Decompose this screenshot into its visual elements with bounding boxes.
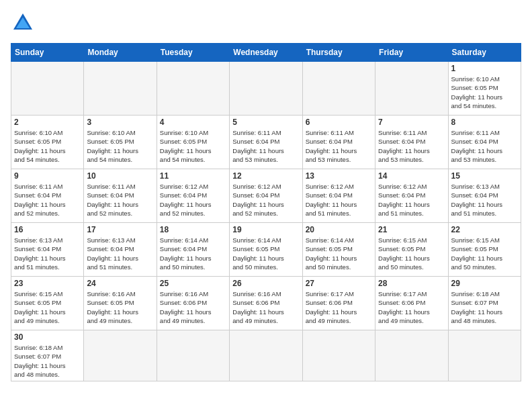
calendar-cell: 15Sunrise: 6:13 AM Sunset: 6:04 PM Dayli… [448,169,521,223]
day-number: 5 [232,118,299,127]
calendar-day-header: Monday [84,44,157,62]
calendar-cell: 2Sunrise: 6:10 AM Sunset: 6:05 PM Daylig… [11,116,84,169]
calendar-week-row: 16Sunrise: 6:13 AM Sunset: 6:04 PM Dayli… [11,223,521,277]
calendar-body: 1Sunrise: 6:10 AM Sunset: 6:05 PM Daylig… [11,62,521,381]
calendar-cell [375,62,448,116]
calendar-cell: 21Sunrise: 6:15 AM Sunset: 6:05 PM Dayli… [375,223,448,277]
day-info: Sunrise: 6:15 AM Sunset: 6:05 PM Dayligh… [14,289,81,325]
calendar-cell: 20Sunrise: 6:14 AM Sunset: 6:05 PM Dayli… [302,223,375,277]
logo-icon [11,11,35,35]
calendar-cell: 1Sunrise: 6:10 AM Sunset: 6:05 PM Daylig… [448,62,521,116]
calendar-cell: 14Sunrise: 6:12 AM Sunset: 6:04 PM Dayli… [375,169,448,223]
calendar-cell [84,330,157,381]
day-info: Sunrise: 6:10 AM Sunset: 6:05 PM Dayligh… [160,128,226,164]
day-number: 17 [87,225,153,234]
day-number: 23 [14,279,81,288]
day-number: 29 [451,279,518,288]
calendar-header-row: SundayMondayTuesdayWednesdayThursdayFrid… [11,44,521,62]
day-info: Sunrise: 6:11 AM Sunset: 6:04 PM Dayligh… [87,182,153,218]
day-number: 16 [14,225,81,234]
calendar-cell: 22Sunrise: 6:15 AM Sunset: 6:05 PM Dayli… [448,223,521,277]
day-number: 26 [232,279,299,288]
day-number: 2 [14,118,81,127]
day-info: Sunrise: 6:18 AM Sunset: 6:07 PM Dayligh… [14,343,81,379]
calendar-day-header: Tuesday [157,44,229,62]
calendar-cell [157,330,229,381]
calendar-cell: 27Sunrise: 6:17 AM Sunset: 6:06 PM Dayli… [302,277,375,330]
day-info: Sunrise: 6:11 AM Sunset: 6:04 PM Dayligh… [14,182,81,218]
day-info: Sunrise: 6:16 AM Sunset: 6:06 PM Dayligh… [232,289,299,325]
calendar-cell: 23Sunrise: 6:15 AM Sunset: 6:05 PM Dayli… [11,277,84,330]
day-number: 11 [160,171,226,181]
day-info: Sunrise: 6:10 AM Sunset: 6:05 PM Dayligh… [14,128,81,164]
day-number: 27 [306,279,372,288]
day-info: Sunrise: 6:12 AM Sunset: 6:04 PM Dayligh… [378,182,445,218]
calendar-day-header: Wednesday [230,44,302,62]
day-info: Sunrise: 6:15 AM Sunset: 6:05 PM Dayligh… [451,236,518,271]
day-number: 14 [378,171,445,181]
logo [11,11,39,35]
day-number: 7 [378,118,445,127]
day-number: 25 [160,279,226,288]
calendar-cell [230,62,302,116]
day-number: 10 [87,171,153,181]
day-number: 24 [87,279,153,288]
calendar-cell: 28Sunrise: 6:17 AM Sunset: 6:06 PM Dayli… [375,277,448,330]
day-number: 1 [451,64,518,73]
calendar-cell: 18Sunrise: 6:14 AM Sunset: 6:04 PM Dayli… [157,223,229,277]
calendar-day-header: Friday [375,44,448,62]
calendar-cell [157,62,229,116]
day-number: 20 [306,225,372,234]
day-info: Sunrise: 6:11 AM Sunset: 6:04 PM Dayligh… [378,128,445,164]
day-number: 4 [160,118,226,127]
calendar-cell: 11Sunrise: 6:12 AM Sunset: 6:04 PM Dayli… [157,169,229,223]
calendar-day-header: Thursday [302,44,375,62]
calendar-cell [230,330,302,381]
day-number: 19 [232,225,299,234]
page-header [11,11,521,35]
calendar-cell [11,62,84,116]
day-number: 8 [451,118,518,127]
day-info: Sunrise: 6:13 AM Sunset: 6:04 PM Dayligh… [451,182,518,218]
day-info: Sunrise: 6:16 AM Sunset: 6:06 PM Dayligh… [160,289,226,325]
calendar-cell: 30Sunrise: 6:18 AM Sunset: 6:07 PM Dayli… [11,330,84,381]
day-info: Sunrise: 6:11 AM Sunset: 6:04 PM Dayligh… [232,128,299,164]
calendar-cell: 24Sunrise: 6:16 AM Sunset: 6:05 PM Dayli… [84,277,157,330]
calendar-cell: 8Sunrise: 6:11 AM Sunset: 6:04 PM Daylig… [448,116,521,169]
calendar-cell: 7Sunrise: 6:11 AM Sunset: 6:04 PM Daylig… [375,116,448,169]
calendar-cell: 10Sunrise: 6:11 AM Sunset: 6:04 PM Dayli… [84,169,157,223]
day-info: Sunrise: 6:14 AM Sunset: 6:05 PM Dayligh… [232,236,299,271]
calendar-cell: 19Sunrise: 6:14 AM Sunset: 6:05 PM Dayli… [230,223,302,277]
calendar-week-row: 2Sunrise: 6:10 AM Sunset: 6:05 PM Daylig… [11,116,521,169]
calendar-cell: 13Sunrise: 6:12 AM Sunset: 6:04 PM Dayli… [302,169,375,223]
calendar-cell: 4Sunrise: 6:10 AM Sunset: 6:05 PM Daylig… [157,116,229,169]
calendar-cell: 25Sunrise: 6:16 AM Sunset: 6:06 PM Dayli… [157,277,229,330]
day-number: 30 [14,332,81,342]
day-number: 22 [451,225,518,234]
day-number: 6 [306,118,372,127]
day-info: Sunrise: 6:17 AM Sunset: 6:06 PM Dayligh… [306,289,372,325]
calendar-table: SundayMondayTuesdayWednesdayThursdayFrid… [11,43,521,381]
calendar-cell: 6Sunrise: 6:11 AM Sunset: 6:04 PM Daylig… [302,116,375,169]
calendar-cell [84,62,157,116]
calendar-week-row: 23Sunrise: 6:15 AM Sunset: 6:05 PM Dayli… [11,277,521,330]
calendar-day-header: Saturday [448,44,521,62]
day-info: Sunrise: 6:16 AM Sunset: 6:05 PM Dayligh… [87,289,153,325]
day-number: 28 [378,279,445,288]
calendar-cell: 29Sunrise: 6:18 AM Sunset: 6:07 PM Dayli… [448,277,521,330]
day-info: Sunrise: 6:12 AM Sunset: 6:04 PM Dayligh… [160,182,226,218]
day-info: Sunrise: 6:13 AM Sunset: 6:04 PM Dayligh… [14,236,81,271]
calendar-cell: 26Sunrise: 6:16 AM Sunset: 6:06 PM Dayli… [230,277,302,330]
calendar-day-header: Sunday [11,44,84,62]
day-info: Sunrise: 6:11 AM Sunset: 6:04 PM Dayligh… [451,128,518,164]
day-number: 18 [160,225,226,234]
day-info: Sunrise: 6:14 AM Sunset: 6:04 PM Dayligh… [160,236,226,271]
calendar-week-row: 9Sunrise: 6:11 AM Sunset: 6:04 PM Daylig… [11,169,521,223]
day-number: 9 [14,171,81,181]
calendar-cell: 5Sunrise: 6:11 AM Sunset: 6:04 PM Daylig… [230,116,302,169]
calendar-cell [375,330,448,381]
calendar-cell: 3Sunrise: 6:10 AM Sunset: 6:05 PM Daylig… [84,116,157,169]
calendar-cell [302,330,375,381]
day-number: 12 [232,171,299,181]
calendar-week-row: 30Sunrise: 6:18 AM Sunset: 6:07 PM Dayli… [11,330,521,381]
